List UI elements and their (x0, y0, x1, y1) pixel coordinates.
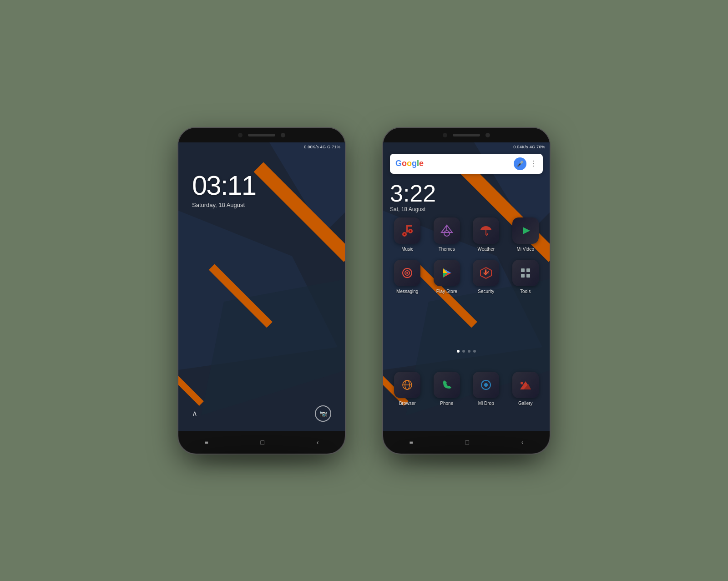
up-arrow-icon[interactable]: ∧ (192, 409, 197, 418)
svg-rect-37 (521, 274, 525, 278)
page-dot-2 (462, 350, 465, 353)
tools-label: Tools (520, 289, 531, 294)
app-grid-row1: Music Themes (390, 217, 543, 252)
front-camera-right (443, 133, 447, 137)
playstore-label: Play Store (436, 289, 457, 294)
status-bar-text-right: 0.04K/s 4G 70% (513, 145, 545, 149)
svg-rect-35 (521, 268, 525, 272)
lock-time: 03:11 (192, 170, 256, 201)
nav-menu-left[interactable]: ≡ (204, 439, 208, 446)
phone-top-bar-right (383, 128, 550, 142)
lock-bottom-controls: ∧ 📷 (178, 405, 345, 422)
app-midrop[interactable]: Mi Drop (469, 372, 504, 406)
mivideo-icon (512, 217, 539, 244)
app-grid-row2: Messaging Play Store (390, 260, 543, 294)
nav-back-left[interactable]: ‹ (317, 439, 319, 446)
phone-shadow-right (399, 450, 534, 464)
phone-shadow-left (194, 450, 329, 464)
lockscreen-status-bar: 0.00K/s 4G G 71% (178, 142, 345, 152)
messaging-label: Messaging (396, 289, 418, 294)
app-themes[interactable]: Themes (430, 217, 465, 252)
homescreen-status-bar: 0.04K/s 4G 70% (383, 142, 550, 152)
svg-point-19 (410, 230, 411, 232)
weather-icon (473, 217, 499, 244)
app-browser[interactable]: Browser (390, 372, 425, 406)
nav-home-left[interactable]: □ (261, 439, 264, 446)
browser-icon (394, 372, 420, 398)
sensor-left (281, 133, 285, 137)
home-time: 3:22 (390, 180, 436, 207)
page-dot-4 (473, 350, 476, 353)
svg-point-20 (444, 231, 450, 236)
page-dot-3 (468, 350, 470, 353)
phone-left-shell: 0.00K/s 4G G 71% 03:11 Saturday, 18 Augu… (177, 127, 346, 455)
page-indicators (383, 350, 550, 353)
bottom-app-row: Browser Phone (390, 372, 543, 406)
phone-right: 0.04K/s 4G 70% Google 🎤 ⋮ 3:22 Sat, 18 A… (382, 127, 551, 455)
gallery-icon (512, 372, 539, 398)
home-screen: 0.04K/s 4G 70% Google 🎤 ⋮ 3:22 Sat, 18 A… (383, 142, 550, 431)
front-camera-left (238, 133, 243, 137)
google-search-bar[interactable]: Google 🎤 ⋮ (390, 154, 543, 174)
svg-point-43 (484, 383, 488, 387)
svg-rect-17 (406, 225, 412, 227)
svg-rect-36 (526, 268, 530, 272)
app-playstore[interactable]: Play Store (430, 260, 465, 294)
playstore-icon (434, 260, 460, 286)
app-security[interactable]: Security (469, 260, 504, 294)
home-date: Sat, 18 August (390, 206, 425, 212)
browser-label: Browser (399, 401, 416, 406)
speaker-left (248, 134, 275, 136)
google-mic-button[interactable]: 🎤 (514, 157, 526, 170)
phone-right-shell: 0.04K/s 4G 70% Google 🎤 ⋮ 3:22 Sat, 18 A… (382, 127, 551, 455)
google-logo: Google (395, 159, 424, 168)
midrop-label: Mi Drop (478, 401, 494, 406)
phone-label: Phone (440, 401, 453, 406)
gallery-label: Gallery (518, 401, 533, 406)
app-messaging[interactable]: Messaging (390, 260, 425, 294)
weather-label: Weather (477, 247, 495, 252)
sensor-right (485, 133, 490, 137)
speaker-right (453, 134, 480, 136)
app-tools[interactable]: Tools (508, 260, 543, 294)
messaging-icon (394, 260, 420, 286)
app-music[interactable]: Music (390, 217, 425, 252)
themes-icon (434, 217, 460, 244)
nav-back-right[interactable]: ‹ (521, 439, 524, 446)
themes-label: Themes (439, 247, 455, 252)
phone-icon (434, 372, 460, 398)
svg-point-26 (406, 272, 408, 274)
tools-icon (512, 260, 539, 286)
app-phone[interactable]: Phone (430, 372, 465, 406)
app-weather[interactable]: Weather (469, 217, 504, 252)
page-dot-1 (457, 350, 460, 353)
phone-left: 0.00K/s 4G G 71% 03:11 Saturday, 18 Augu… (177, 127, 346, 455)
security-icon (473, 260, 499, 286)
svg-marker-23 (523, 227, 530, 234)
mivideo-label: Mi Video (516, 247, 534, 252)
lock-date: Saturday, 18 August (192, 202, 245, 208)
nav-home-right[interactable]: □ (465, 439, 469, 446)
google-more-button[interactable]: ⋮ (530, 159, 537, 168)
svg-point-15 (404, 233, 405, 235)
status-bar-text-left: 0.00K/s 4G G 71% (304, 145, 340, 149)
music-label: Music (401, 247, 413, 252)
svg-point-46 (521, 382, 523, 384)
app-mivideo[interactable]: Mi Video (508, 217, 543, 252)
midrop-icon (473, 372, 499, 398)
camera-shortcut-icon[interactable]: 📷 (315, 405, 331, 422)
svg-rect-38 (526, 274, 530, 278)
music-icon (394, 217, 420, 244)
nav-menu-right[interactable]: ≡ (409, 439, 413, 446)
phone-top-bar-left (178, 128, 345, 142)
lock-screen: 0.00K/s 4G G 71% 03:11 Saturday, 18 Augu… (178, 142, 345, 431)
security-label: Security (478, 289, 494, 294)
app-gallery[interactable]: Gallery (508, 372, 543, 406)
